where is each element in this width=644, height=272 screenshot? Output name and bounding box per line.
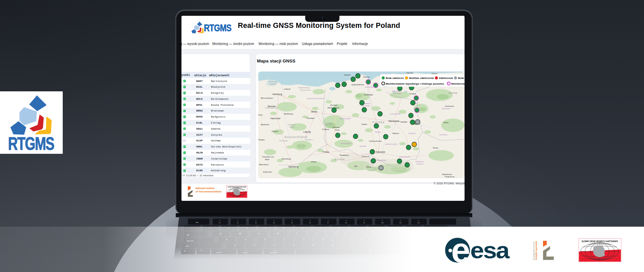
svg-text:вобласць: вобласць bbox=[439, 134, 447, 136]
svg-text:Ostrava: Ostrava bbox=[362, 155, 369, 157]
svg-text:opolskie: opolskie bbox=[360, 145, 367, 147]
svg-text:GŁÓWNY URZĄD GEODEZJI I KARTOG: GŁÓWNY URZĄD GEODEZJI I KARTOGRAFII bbox=[227, 186, 246, 188]
svg-text:Grudziądz: Grudziądz bbox=[364, 93, 373, 96]
svg-text:Česko: Česko bbox=[335, 158, 345, 161]
svg-text:Салігорск: Салігорск bbox=[445, 105, 454, 107]
svg-text:Góra: Góra bbox=[335, 129, 339, 131]
svg-text:Kassel: Kassel bbox=[272, 130, 278, 132]
svg-text:Гродна: Гродна bbox=[409, 92, 416, 95]
svg-text:Подільськ: Подільськ bbox=[445, 175, 454, 178]
svg-text:GŁÓWNY URZĄD GEODEZJI I KARTOG: GŁÓWNY URZĄD GEODEZJI I KARTOGRAFII bbox=[582, 240, 618, 243]
svg-text:Siegen: Siegen bbox=[258, 138, 265, 141]
svg-text:Vorpommern: Vorpommern bbox=[300, 89, 311, 91]
svg-text:Sachsen-: Sachsen- bbox=[288, 124, 296, 126]
svg-text:Gdynia: Gdynia bbox=[363, 76, 370, 78]
svg-text:Deutschland: Deutschland bbox=[284, 135, 308, 139]
svg-text:Holstein: Holstein bbox=[270, 83, 277, 85]
svg-text:Hamburg: Hamburg bbox=[272, 93, 282, 96]
svg-text:wielkopolskie: wielkopolskie bbox=[339, 118, 351, 120]
svg-text:Луцьк: Луцьк bbox=[433, 146, 438, 149]
svg-text:Siedlce: Siedlce bbox=[400, 121, 408, 123]
svg-text:mazowieckie: mazowieckie bbox=[390, 113, 400, 115]
svg-text:Częstochowa: Częstochowa bbox=[369, 140, 382, 142]
svg-text:брэсцкая: брэсцкая bbox=[442, 107, 450, 109]
svg-text:Monitorowanie wysokiego i nisk: Monitorowanie wysokiego i niskiego pozio… bbox=[386, 82, 444, 85]
svg-text:Bielefeld: Bielefeld bbox=[261, 123, 269, 126]
svg-text:Instytut Łączności: Instytut Łączności bbox=[535, 241, 538, 260]
svg-text:Brak zakłóceń: Brak zakłóceń bbox=[386, 77, 404, 80]
svg-text:Leipzig: Leipzig bbox=[303, 131, 311, 133]
svg-text:świętokrzyskie: świętokrzyskie bbox=[385, 143, 397, 145]
svg-text:Mannheim: Mannheim bbox=[259, 163, 269, 166]
svg-text:Lübeck: Lübeck bbox=[284, 88, 291, 90]
svg-text:Katowice: Katowice bbox=[376, 151, 385, 153]
svg-text:Potsdam: Potsdam bbox=[307, 117, 315, 119]
svg-text:Polska: Polska bbox=[372, 121, 385, 124]
svg-text:Zlín: Zlín bbox=[354, 165, 358, 167]
svg-text:National Institute: National Institute bbox=[196, 187, 215, 189]
svg-text:Main: Main bbox=[265, 158, 270, 161]
svg-text:Brak da: Brak da bbox=[458, 77, 465, 80]
svg-text:Pardubice: Pardubice bbox=[339, 154, 349, 156]
svg-text:dolnośląskie: dolnośląskie bbox=[341, 142, 351, 144]
svg-text:Wolfsburg: Wolfsburg bbox=[284, 112, 293, 115]
svg-text:Каунас: Каунас bbox=[407, 72, 413, 74]
svg-text:Słupsk: Słupsk bbox=[344, 74, 351, 76]
svg-text:Berlin: Berlin bbox=[311, 110, 317, 113]
svg-text:Bremen: Bremen bbox=[268, 105, 276, 107]
svg-text:Пінск: Пінск bbox=[443, 121, 448, 124]
svg-text:pomorskie: pomorskie bbox=[365, 86, 374, 88]
svg-text:Белар: Белар bbox=[449, 91, 458, 94]
svg-text:Anhalt: Anhalt bbox=[289, 126, 295, 128]
svg-text:Mecklenburg-: Mecklenburg- bbox=[299, 87, 310, 89]
svg-text:województwo: województwo bbox=[351, 83, 364, 86]
svg-text:łódzkie: łódzkie bbox=[375, 131, 381, 133]
svg-text:Thüringen: Thüringen bbox=[279, 140, 288, 142]
svg-text:of Telecommunications: of Telecommunications bbox=[196, 190, 222, 193]
svg-text:zachodniopomorskie: zachodniopomorskie bbox=[307, 97, 324, 99]
svg-text:Frankfurt am: Frankfurt am bbox=[262, 155, 274, 158]
svg-text:Gorzów: Gorzów bbox=[330, 104, 337, 106]
svg-text:RTGMS: RTGMS bbox=[8, 134, 54, 153]
svg-text:Radom: Radom bbox=[392, 132, 399, 134]
svg-text:Sachsen: Sachsen bbox=[305, 139, 313, 141]
svg-text:Bremerhaven: Bremerhaven bbox=[261, 97, 273, 99]
svg-text:Zielona: Zielona bbox=[333, 126, 340, 128]
svg-text:область: область bbox=[417, 163, 424, 165]
svg-text:mazurskie: mazurskie bbox=[393, 92, 402, 94]
svg-text:lubelskie: lubelskie bbox=[409, 132, 416, 134]
svg-text:Zakłócenia: Zakłócenia bbox=[439, 77, 453, 80]
svg-text:Możliwe zakłócenia: Możliwe zakłócenia bbox=[409, 77, 434, 80]
svg-text:burg: burg bbox=[258, 114, 262, 116]
svg-text:lubuskie: lubuskie bbox=[325, 123, 332, 125]
svg-text:Warszawa: Warszawa bbox=[388, 120, 399, 122]
svg-text:Karlsruhe: Karlsruhe bbox=[263, 171, 272, 173]
svg-text:Monitorowan: Monitorowan bbox=[451, 82, 465, 85]
svg-text:Plzeň: Plzeň bbox=[311, 161, 317, 163]
svg-text:podkarpackie: podkarpackie bbox=[399, 156, 410, 158]
svg-text:Würzburg: Würzburg bbox=[282, 157, 291, 160]
svg-text:NATIONAL INSTITUTE OF: NATIONAL INSTITUTE OF bbox=[533, 242, 535, 260]
svg-text:Hannover: Hannover bbox=[270, 117, 281, 120]
svg-text:Praha: Praha bbox=[323, 151, 329, 153]
svg-text:małopolskie: małopolskie bbox=[376, 159, 386, 161]
svg-text:Львівська: Львівська bbox=[415, 161, 424, 163]
svg-text:e: e bbox=[451, 233, 470, 267]
svg-text:Kalisz: Kalisz bbox=[362, 123, 367, 125]
svg-text:Schleswig-: Schleswig- bbox=[268, 81, 278, 83]
svg-text:Cottbus: Cottbus bbox=[322, 128, 329, 130]
svg-text:Nürnberg: Nürnberg bbox=[288, 166, 298, 168]
svg-text:Кам'янець-: Кам'янець- bbox=[442, 173, 453, 175]
svg-text:Žilina: Žilina bbox=[366, 166, 371, 168]
